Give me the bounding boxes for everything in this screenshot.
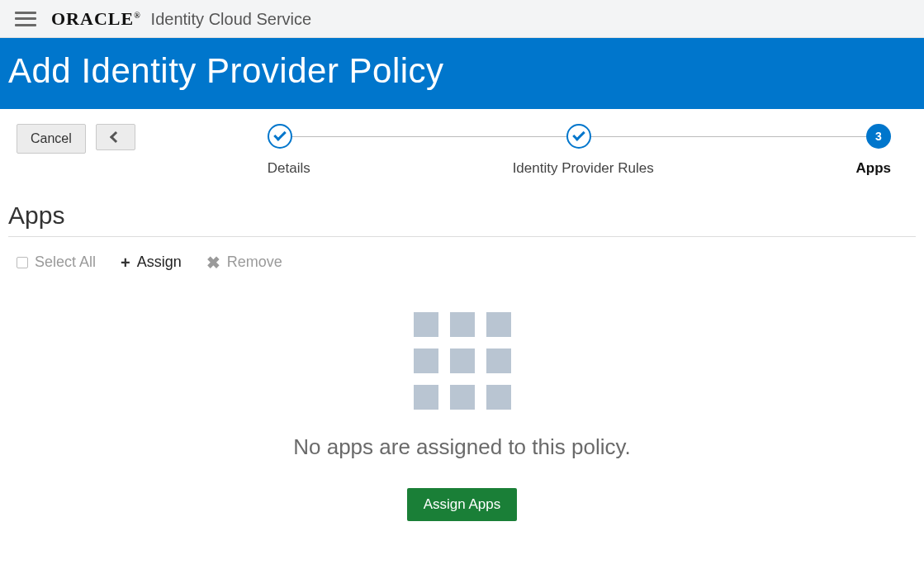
chevron-left-icon bbox=[110, 131, 121, 143]
cancel-button[interactable]: Cancel bbox=[17, 124, 86, 154]
check-icon bbox=[573, 128, 586, 141]
menu-icon[interactable] bbox=[15, 12, 36, 26]
wizard-label-apps: Apps bbox=[856, 160, 892, 177]
back-button[interactable] bbox=[96, 124, 135, 150]
assign-label: Assign bbox=[137, 254, 182, 271]
plus-icon: + bbox=[121, 254, 130, 271]
wizard-step-idp-rules[interactable] bbox=[566, 124, 591, 149]
controls-row: Cancel 3 Details Identity Provider Rules… bbox=[0, 109, 924, 177]
check-icon bbox=[273, 128, 287, 141]
empty-state-message: No apps are assigned to this policy. bbox=[0, 434, 924, 460]
empty-state: No apps are assigned to this policy. Ass… bbox=[0, 312, 924, 521]
service-name: Identity Cloud Service bbox=[151, 10, 312, 29]
section-title: Apps bbox=[8, 202, 916, 230]
wizard-label-details: Details bbox=[268, 160, 310, 177]
page-titlebar: Add Identity Provider Policy bbox=[0, 38, 924, 109]
apps-grid-icon bbox=[414, 312, 511, 410]
wizard-progress: 3 Details Identity Provider Rules Apps bbox=[268, 124, 891, 177]
brand-logo-text: ORACLE bbox=[51, 8, 134, 29]
assign-button[interactable]: + Assign bbox=[121, 254, 182, 271]
wizard-step-details[interactable] bbox=[268, 124, 292, 149]
wizard-step-number: 3 bbox=[875, 130, 882, 143]
select-all-checkbox bbox=[17, 257, 28, 268]
wizard-step-apps[interactable]: 3 bbox=[866, 124, 891, 149]
wizard-label-idp-rules: Identity Provider Rules bbox=[513, 160, 654, 177]
select-all-label: Select All bbox=[35, 254, 96, 271]
assign-apps-button[interactable]: Assign Apps bbox=[407, 488, 518, 521]
brand-block: ORACLE® Identity Cloud Service bbox=[51, 8, 311, 30]
page-title: Add Identity Provider Policy bbox=[8, 51, 916, 91]
remove-button: ✖ Remove bbox=[206, 254, 282, 271]
app-topbar: ORACLE® Identity Cloud Service bbox=[0, 0, 924, 38]
brand-logo: ORACLE® bbox=[51, 8, 141, 30]
select-all-control: Select All bbox=[17, 254, 96, 271]
apps-toolbar: Select All + Assign ✖ Remove bbox=[0, 237, 924, 279]
brand-registered-mark: ® bbox=[134, 10, 140, 19]
remove-label: Remove bbox=[227, 254, 282, 271]
close-icon: ✖ bbox=[206, 254, 220, 271]
